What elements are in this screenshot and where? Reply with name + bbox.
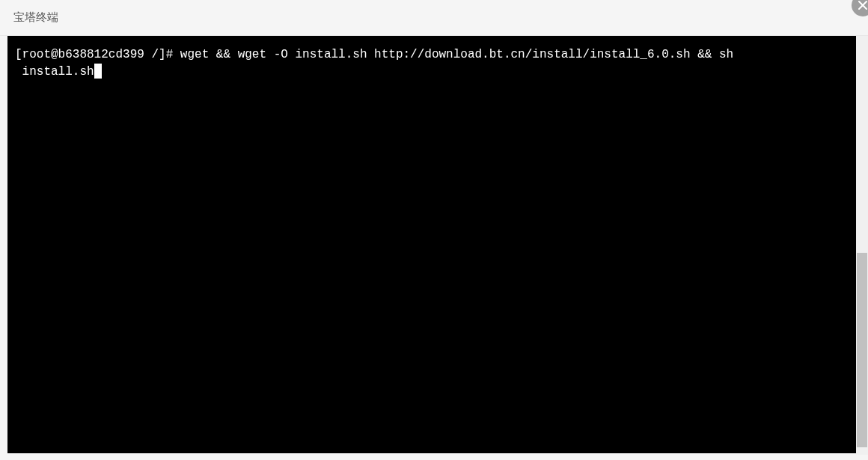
close-icon (858, 0, 868, 10)
scrollbar-thumb[interactable] (857, 253, 867, 447)
terminal-prompt: [root@b638812cd399 /]# (15, 48, 180, 61)
terminal-header: 宝塔终端 (0, 0, 868, 36)
terminal-title: 宝塔终端 (13, 10, 58, 25)
terminal-line: [root@b638812cd399 /]# wget && wget -O i… (15, 46, 853, 64)
terminal-window: [root@b638812cd399 /]# wget && wget -O i… (7, 36, 861, 453)
terminal-cursor (94, 64, 102, 79)
terminal-output[interactable]: [root@b638812cd399 /]# wget && wget -O i… (7, 36, 861, 453)
terminal-line: install.sh (15, 64, 853, 81)
scrollbar-track[interactable] (856, 36, 868, 455)
terminal-command-part1: wget && wget -O install.sh http://downlo… (180, 48, 733, 61)
terminal-command-part2: install.sh (15, 65, 94, 79)
